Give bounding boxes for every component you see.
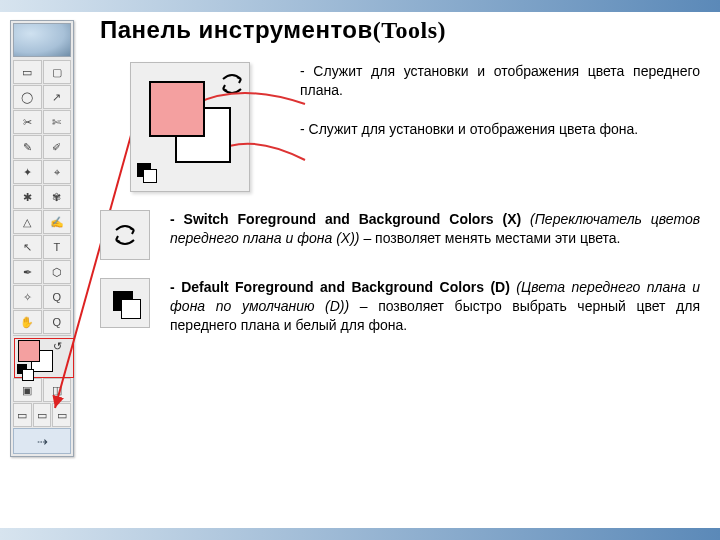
- foreground-swatch[interactable]: [18, 340, 40, 362]
- tool-type[interactable]: T: [43, 235, 72, 259]
- tool-grid: ▭ ▢ ◯ ↗ ✂ ✄ ✎ ✐ ✦ ⌖ ✱ ✾ △ ✍ ↖ T ✒ ⬡ ✧ Q …: [13, 60, 71, 334]
- tool-blur[interactable]: △: [13, 210, 42, 234]
- fg-description: - Служит для установки и отображения цве…: [300, 62, 700, 100]
- tools-panel: ▭ ▢ ◯ ↗ ✂ ✄ ✎ ✐ ✦ ⌖ ✱ ✾ △ ✍ ↖ T ✒ ⬡ ✧ Q …: [10, 20, 74, 457]
- swap-colors-icon[interactable]: ↺: [53, 340, 65, 352]
- switch-rest: – позволяет менять местами эти цвета.: [360, 230, 621, 246]
- default-colors-icon[interactable]: [17, 364, 27, 374]
- title-en: (Tools): [373, 17, 446, 43]
- footer-stripe: [0, 528, 720, 540]
- tool-zoom[interactable]: Q: [43, 310, 72, 334]
- colors-text: - Служит для установки и отображения цве…: [300, 62, 700, 192]
- screen-1[interactable]: ▭: [13, 403, 32, 427]
- tool-gradient[interactable]: ✾: [43, 185, 72, 209]
- mask-mode-row: ▣ ◫: [13, 378, 71, 402]
- tool-notes[interactable]: ✧: [13, 285, 42, 309]
- page-title: Панель инструментов(Tools): [100, 16, 700, 44]
- jump-button[interactable]: ⇢: [13, 428, 71, 454]
- tool-marquee[interactable]: ▭: [13, 60, 42, 84]
- mask-quick[interactable]: ◫: [43, 378, 72, 402]
- colors-figure: [100, 62, 280, 192]
- tool-lasso[interactable]: ◯: [13, 85, 42, 109]
- tool-eraser[interactable]: ✱: [13, 185, 42, 209]
- screen-2[interactable]: ▭: [33, 403, 52, 427]
- mask-standard[interactable]: ▣: [13, 378, 42, 402]
- tool-eyedrop[interactable]: Q: [43, 285, 72, 309]
- tool-wand[interactable]: ↗: [43, 85, 72, 109]
- default-figure: [100, 278, 150, 328]
- title-ru: Панель инструментов: [100, 16, 373, 43]
- tool-dodge[interactable]: ✍: [43, 210, 72, 234]
- screen-3[interactable]: ▭: [52, 403, 71, 427]
- default-text: - Default Foreground and Background Colo…: [170, 278, 700, 335]
- content-area: Панель инструментов(Tools) - Служит: [100, 16, 700, 335]
- tool-shape[interactable]: ⬡: [43, 260, 72, 284]
- bg-description: - Служит для установки и отображения цве…: [300, 120, 700, 139]
- default-block: - Default Foreground and Background Colo…: [100, 278, 700, 335]
- tool-crop[interactable]: ✂: [13, 110, 42, 134]
- switch-bold: - Switch Foreground and Background Color…: [170, 211, 521, 227]
- app-logo: [13, 23, 71, 57]
- colors-panel-enlarged: [130, 62, 250, 192]
- color-swatch-area: ↺: [13, 335, 71, 377]
- tool-pen[interactable]: ✒: [13, 260, 42, 284]
- switch-text: - Switch Foreground and Background Color…: [170, 210, 700, 260]
- tool-hand[interactable]: ✋: [13, 310, 42, 334]
- tool-brush[interactable]: ✐: [43, 135, 72, 159]
- default-big-icon: [137, 163, 159, 185]
- colors-block: - Служит для установки и отображения цве…: [100, 62, 700, 192]
- header-stripe: [0, 0, 720, 12]
- default-bold: - Default Foreground and Background Colo…: [170, 279, 510, 295]
- tool-history[interactable]: ⌖: [43, 160, 72, 184]
- tool-stamp[interactable]: ✦: [13, 160, 42, 184]
- tool-healing[interactable]: ✎: [13, 135, 42, 159]
- swap-icon: [110, 220, 140, 250]
- tool-move[interactable]: ▢: [43, 60, 72, 84]
- tool-path[interactable]: ↖: [13, 235, 42, 259]
- tool-slice[interactable]: ✄: [43, 110, 72, 134]
- foreground-big-swatch: [149, 81, 205, 137]
- switch-figure: [100, 210, 150, 260]
- swap-big-icon: [217, 69, 243, 95]
- screen-mode-row: ▭ ▭ ▭: [13, 403, 71, 427]
- switch-block: - Switch Foreground and Background Color…: [100, 210, 700, 260]
